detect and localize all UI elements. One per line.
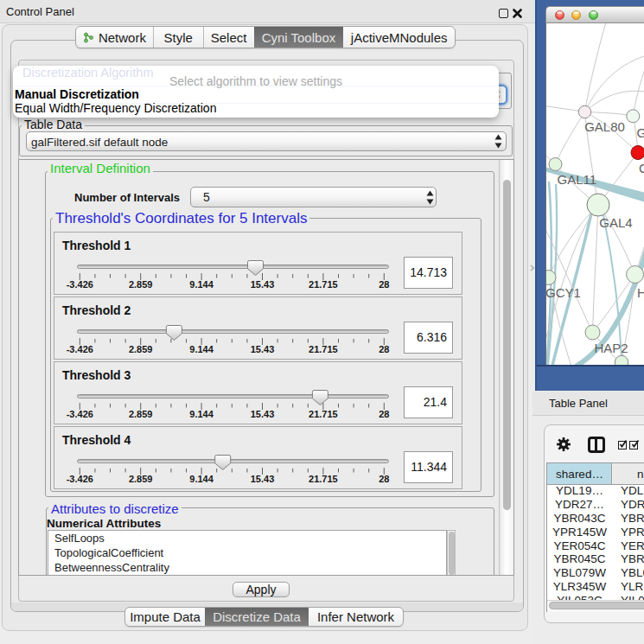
svg-text:HAP2: HAP2 bbox=[594, 341, 628, 355]
svg-text:GAL3: GAL3 bbox=[637, 125, 644, 140]
svg-text:GAL4: GAL4 bbox=[599, 215, 632, 230]
svg-text:GAL11: GAL11 bbox=[558, 172, 597, 187]
svg-text:CA: CA bbox=[639, 161, 644, 175]
svg-text:GAL80: GAL80 bbox=[584, 119, 625, 134]
svg-text:HIS4: HIS4 bbox=[637, 285, 644, 300]
svg-text:GCY1: GCY1 bbox=[546, 285, 581, 300]
